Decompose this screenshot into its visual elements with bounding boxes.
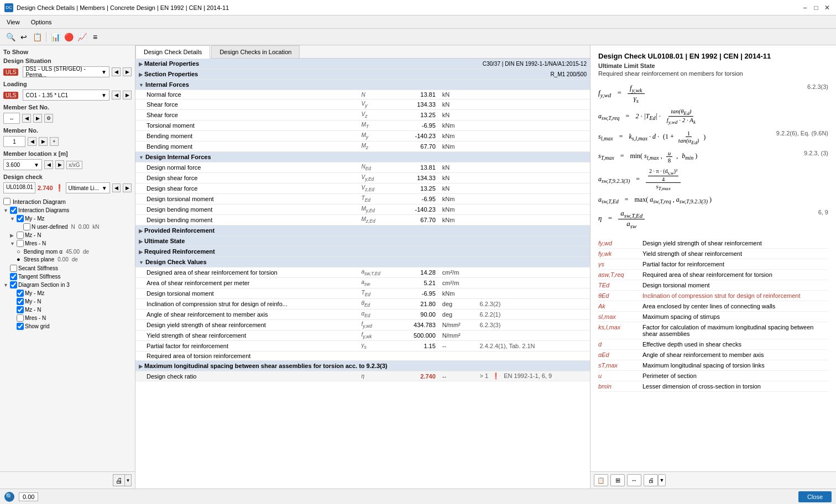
design-check-code[interactable]: UL0108.01 bbox=[3, 182, 35, 193]
toolbar-btn-4[interactable]: 📊 bbox=[49, 31, 61, 43]
loading-next-btn[interactable]: ▶ bbox=[123, 91, 132, 99]
status-coords[interactable]: 0.00 bbox=[19, 492, 38, 501]
gamma-s-label: Partial factor for reinforcement bbox=[135, 341, 357, 351]
right-toolbar-print-btn[interactable]: 🖨 bbox=[644, 474, 658, 486]
expand-design-internal[interactable]: ▼ bbox=[139, 155, 144, 160]
fywk-val: 500.000 bbox=[396, 330, 440, 341]
def-text-thetaed: Inclination of compression strut for des… bbox=[642, 292, 828, 299]
design-check-type-combo[interactable]: Ultimate Li... ▼ bbox=[66, 182, 110, 193]
theta-val: 21.80 bbox=[396, 299, 440, 309]
location-combo[interactable]: 3.600 ▼ bbox=[3, 159, 42, 170]
tree-check-ds-mzn[interactable] bbox=[17, 306, 24, 313]
close-window-button[interactable]: ✕ bbox=[823, 3, 832, 12]
expand-provided[interactable]: ▶ bbox=[139, 228, 143, 234]
toolbar-btn-7[interactable]: ≡ bbox=[89, 31, 101, 43]
def-ted: TEd Design torsional moment bbox=[598, 280, 828, 291]
fywk-unit: N/mm² bbox=[440, 330, 476, 341]
expand-internal[interactable]: ▼ bbox=[139, 82, 144, 88]
loc-next-btn[interactable]: ▶ bbox=[55, 160, 64, 169]
gamma-s-unit: -- bbox=[440, 341, 476, 351]
shear-vz-val: 13.25 bbox=[396, 110, 440, 120]
tree-check-my-mz[interactable] bbox=[17, 215, 24, 222]
design-ted-sym: TEd bbox=[357, 194, 396, 204]
right-toolbar-print-group: 🖨 ▼ bbox=[644, 474, 666, 486]
tree-check-n-user[interactable] bbox=[23, 223, 30, 230]
dc-next-btn[interactable]: ▶ bbox=[123, 183, 132, 192]
formula-block-3: sl,max = ks,l,max · d · (1 + 1 tan(αEd) … bbox=[598, 130, 828, 145]
minimize-button[interactable]: – bbox=[801, 3, 809, 12]
menu-options[interactable]: Options bbox=[29, 18, 54, 27]
ds-prev-btn[interactable]: ◀ bbox=[112, 67, 121, 76]
row-bending-mz: Bending moment Mz 67.70 kNm bbox=[135, 141, 590, 152]
tree-check-diagram-section[interactable] bbox=[10, 281, 17, 288]
print-dropdown[interactable]: ▼ bbox=[125, 474, 132, 486]
design-mzed-val: 67.70 bbox=[396, 215, 440, 225]
row-normal-force: Normal force N 13.81 kN bbox=[135, 90, 590, 99]
def-ak: Ak Area enclosed by center lines of conn… bbox=[598, 301, 828, 312]
restore-button[interactable]: □ bbox=[812, 3, 821, 12]
tab-design-check-details[interactable]: Design Check Details bbox=[135, 45, 210, 59]
expand-section[interactable]: ▶ bbox=[139, 72, 143, 77]
formula-block-5: asw,T,9.2.3(3) = 2 · π · (ds,w)² 4 sT,ma… bbox=[598, 168, 828, 191]
toolbar-btn-5[interactable]: 🔴 bbox=[62, 31, 75, 43]
right-toolbar-btn-2[interactable]: ⊞ bbox=[610, 474, 625, 486]
expand-ultimate[interactable]: ▶ bbox=[139, 239, 143, 244]
def-symbol-d: d bbox=[598, 341, 642, 348]
mno-select-btn[interactable]: + bbox=[50, 137, 59, 146]
tab-design-checks-location[interactable]: Design Checks in Location bbox=[211, 45, 300, 58]
search-status-icon[interactable]: 🔍 bbox=[4, 492, 14, 502]
member-no-input[interactable] bbox=[3, 136, 25, 147]
tree-check-tangent[interactable] bbox=[10, 273, 17, 280]
mno-next-btn[interactable]: ▶ bbox=[39, 137, 48, 146]
expand-max-spacing[interactable]: ▶ bbox=[139, 364, 143, 369]
section-max-spacing: ▶Maximum longitudinal spacing between sh… bbox=[135, 361, 590, 371]
tree-check-ds-mresn[interactable] bbox=[17, 314, 24, 322]
interaction-diagrams-checkbox[interactable] bbox=[10, 207, 17, 214]
mno-prev-btn[interactable]: ◀ bbox=[28, 137, 36, 146]
tree-check-ds-myn[interactable] bbox=[17, 298, 24, 305]
design-situation-combo[interactable]: DS1 - ULS (STR/GEO) - Perma... ▼ bbox=[23, 66, 109, 77]
design-vzed-label: Design shear force bbox=[135, 183, 357, 194]
toolbar-btn-6[interactable]: 📈 bbox=[76, 31, 88, 43]
member-location-label: Member location x [m] bbox=[3, 150, 132, 157]
tree-check-show-grid[interactable] bbox=[17, 323, 24, 330]
window-controls[interactable]: – □ ✕ bbox=[801, 3, 832, 12]
toolbar-btn-2[interactable]: ↩ bbox=[18, 31, 30, 43]
close-button[interactable]: Close bbox=[798, 491, 832, 502]
tree-check-ds-mymz[interactable] bbox=[17, 290, 24, 297]
menu-view[interactable]: View bbox=[4, 18, 22, 27]
tree-check-secant[interactable] bbox=[10, 265, 17, 272]
print-button[interactable]: 🖨 bbox=[113, 474, 125, 486]
uls-badge-loading: ULS bbox=[3, 92, 18, 99]
tree-check-mz-n[interactable] bbox=[17, 232, 24, 239]
toolbar-btn-1[interactable]: 🔍 bbox=[4, 31, 17, 43]
expand-required[interactable]: ▶ bbox=[139, 249, 143, 255]
mset-prev-btn[interactable]: ◀ bbox=[22, 114, 31, 123]
design-ned-sym: NEd bbox=[357, 162, 396, 173]
expand-interaction-diagrams[interactable]: ▼ bbox=[3, 208, 9, 213]
tree-check-mres-n[interactable] bbox=[17, 240, 24, 247]
asw-t-ed-unit: cm²/m bbox=[440, 267, 476, 278]
expand-material[interactable]: ▶ bbox=[139, 61, 143, 67]
loading-combo[interactable]: CO1 - 1.35 * LC1 ▼ bbox=[23, 90, 109, 101]
tree-item-mz-n: ▶ Mz - N bbox=[3, 231, 132, 239]
mset-next-btn[interactable]: ▶ bbox=[33, 114, 42, 123]
design-mzed-label: Design bending moment bbox=[135, 215, 357, 225]
interaction-diagram-checkbox[interactable] bbox=[3, 198, 11, 205]
right-toolbar-btn-3[interactable]: ↔ bbox=[627, 474, 641, 486]
def-symbol-slmax: sl,max bbox=[598, 313, 642, 320]
loc-prev-btn[interactable]: ◀ bbox=[44, 160, 53, 169]
max-spacing-label: Maximum longitudinal spacing between she… bbox=[144, 363, 388, 369]
member-set-input[interactable] bbox=[3, 113, 20, 124]
row-asw-t-ed: Designed area of shear reinforcement for… bbox=[135, 267, 590, 278]
loading-prev-btn[interactable]: ◀ bbox=[112, 91, 121, 99]
design-myed-sym: My,Ed bbox=[357, 204, 396, 215]
ds-next-btn[interactable]: ▶ bbox=[123, 67, 132, 76]
expand-dcv[interactable]: ▼ bbox=[139, 260, 144, 265]
right-toolbar-print-dropdown[interactable]: ▼ bbox=[658, 474, 666, 486]
toolbar-btn-3[interactable]: 📋 bbox=[31, 31, 43, 43]
dc-prev-btn[interactable]: ◀ bbox=[112, 183, 121, 192]
mset-config-btn[interactable]: ⚙ bbox=[44, 114, 53, 123]
right-toolbar-btn-1[interactable]: 📋 bbox=[594, 474, 608, 486]
fywd-unit: N/mm² bbox=[440, 320, 476, 330]
